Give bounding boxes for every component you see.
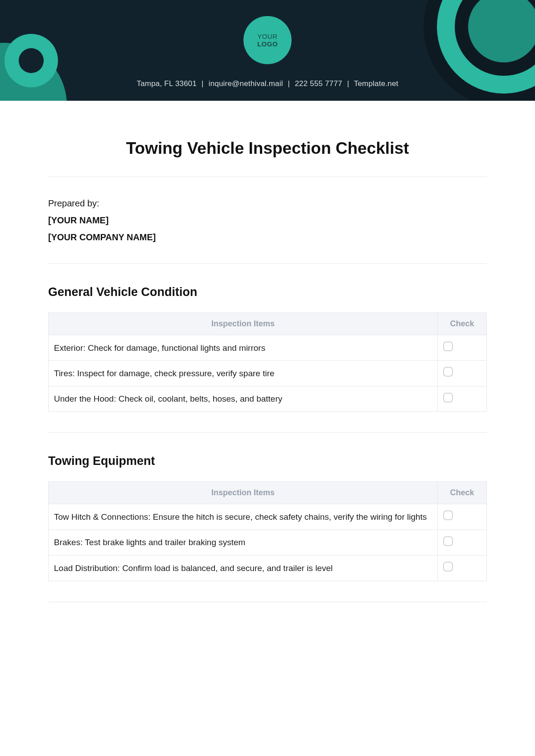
table-row: Load Distribution: Confirm load is balan…	[49, 555, 487, 581]
logo-line-2: LOGO	[257, 40, 278, 48]
checkbox[interactable]	[443, 341, 453, 351]
table-general-condition: Inspection Items Check Exterior: Check f…	[48, 312, 487, 412]
contact-site: Template.net	[354, 79, 399, 88]
checkbox[interactable]	[443, 367, 453, 377]
prepared-by-company: [YOUR COMPANY NAME]	[48, 229, 487, 246]
prepared-by-name: [YOUR NAME]	[48, 212, 487, 229]
section-heading-general: General Vehicle Condition	[48, 285, 487, 299]
inspection-item: Brakes: Test brake lights and trailer br…	[49, 530, 438, 555]
contact-city: Tampa, FL 33601	[136, 79, 197, 88]
contact-line: Tampa, FL 33601 | inquire@nethival.mail …	[0, 79, 535, 88]
table-row: Tow Hitch & Connections: Ensure the hitc…	[49, 504, 487, 530]
decoration-bottom-left	[0, 43, 67, 101]
inspection-item: Load Distribution: Confirm load is balan…	[49, 555, 438, 581]
inspection-item: Exterior: Check for damage, functional l…	[49, 335, 438, 361]
checkbox[interactable]	[443, 562, 453, 571]
divider	[48, 432, 487, 433]
table-row: Exterior: Check for damage, functional l…	[49, 335, 487, 361]
document-header: YOUR LOGO Tampa, FL 33601 | inquire@neth…	[0, 0, 535, 101]
logo-placeholder: YOUR LOGO	[243, 16, 292, 64]
checkbox[interactable]	[443, 536, 453, 546]
page-body: Towing Vehicle Inspection Checklist Prep…	[0, 139, 535, 602]
logo-line-1: YOUR	[257, 33, 277, 40]
divider	[48, 177, 487, 177]
table-towing-equipment: Inspection Items Check Tow Hitch & Conne…	[48, 481, 487, 581]
prepared-by-label: Prepared by:	[48, 195, 487, 212]
divider	[48, 602, 487, 602]
inspection-item: Under the Hood: Check oil, coolant, belt…	[49, 386, 438, 411]
inspection-item: Tires: Inspect for damage, check pressur…	[49, 361, 438, 386]
col-header-check: Check	[438, 482, 487, 504]
table-row: Tires: Inspect for damage, check pressur…	[49, 361, 487, 386]
section-heading-towing: Towing Equipment	[48, 454, 487, 468]
col-header-items: Inspection Items	[49, 313, 438, 335]
col-header-items: Inspection Items	[49, 482, 438, 504]
contact-email: inquire@nethival.mail	[209, 79, 283, 88]
table-row: Under the Hood: Check oil, coolant, belt…	[49, 386, 487, 411]
inspection-item: Tow Hitch & Connections: Ensure the hitc…	[49, 504, 438, 530]
divider	[48, 263, 487, 264]
table-row: Brakes: Test brake lights and trailer br…	[49, 530, 487, 555]
contact-phone: 222 555 7777	[295, 79, 342, 88]
prepared-by-block: Prepared by: [YOUR NAME] [YOUR COMPANY N…	[48, 195, 487, 246]
separator: |	[347, 79, 350, 88]
checkbox[interactable]	[443, 510, 453, 520]
col-header-check: Check	[438, 313, 487, 335]
checkbox[interactable]	[443, 393, 453, 403]
separator: |	[202, 79, 204, 88]
document-title: Towing Vehicle Inspection Checklist	[48, 139, 487, 158]
separator: |	[288, 79, 290, 88]
